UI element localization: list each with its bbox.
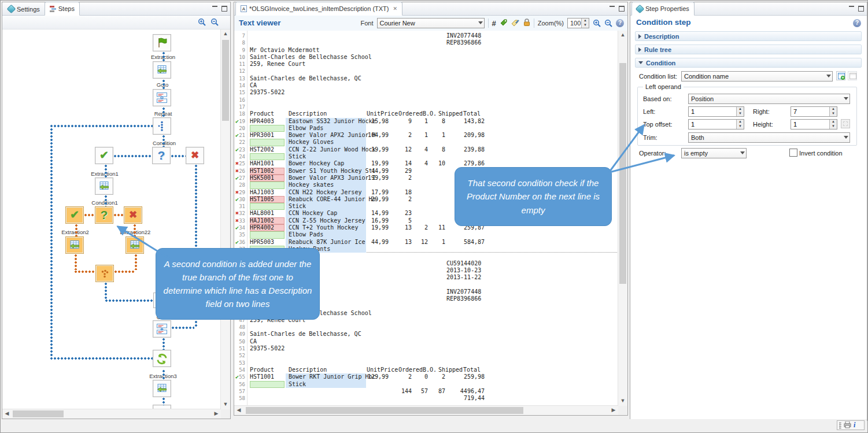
flow-node-qblue-icon[interactable]: ? (152, 147, 171, 164)
flow-node-extract-icon[interactable] (95, 177, 113, 195)
operator-combobox[interactable]: is empty (681, 148, 747, 158)
left-vertical-scrollbar[interactable]: ▲ ▼ (220, 29, 230, 409)
line-content[interactable]: HPR4003Eastown SS32 Junior Hocke15,98918… (250, 118, 617, 125)
zoom-in-icon[interactable] (593, 19, 601, 27)
flow-node-goto-icon[interactable] (153, 89, 171, 106)
tab-steps[interactable]: Steps (45, 2, 80, 16)
line-content[interactable]: CA (250, 338, 617, 345)
line-content[interactable] (250, 360, 617, 367)
minimize-icon[interactable] (610, 6, 615, 12)
height-spinner[interactable]: 1 ▲▼ (791, 119, 837, 129)
line-content[interactable]: 29375-5022 (250, 89, 617, 96)
section-condition[interactable]: Condition (635, 58, 862, 68)
line-content[interactable]: 29375-5022 (250, 345, 617, 352)
right-spinner[interactable]: 7 ▲▼ (791, 106, 837, 117)
line-content[interactable] (250, 352, 617, 359)
info-icon[interactable]: i (854, 421, 855, 430)
spinner-arrows-icon[interactable]: ▲▼ (736, 120, 744, 129)
section-rule-tree[interactable]: Rule tree (635, 45, 862, 54)
spinner-arrows-icon[interactable]: ▲▼ (581, 18, 589, 28)
invert-condition-checkbox[interactable] (789, 149, 797, 157)
line-content[interactable]: HPR3001Bower Valor APX2 Junior H104,9921… (250, 132, 617, 139)
line-content[interactable]: HST1001Bower RKT Junior Grip Hoc129,9920… (250, 373, 617, 380)
line-content[interactable] (250, 103, 617, 110)
top-offset-spinner[interactable]: 1 ▲▼ (688, 119, 744, 129)
minimize-icon[interactable] (212, 6, 217, 12)
section-description[interactable]: Description (635, 31, 862, 41)
tag-icon[interactable] (500, 18, 508, 28)
line-content[interactable]: REP8396866 (250, 39, 617, 46)
line-content[interactable]: HAH1001Bower Hockey Cap19,9914410279,86 (250, 160, 617, 167)
line-content[interactable] (250, 68, 617, 75)
line-content[interactable]: Saint-Charles de Bellechasse, QC (250, 331, 617, 338)
spinner-arrows-icon[interactable]: ▲▼ (829, 107, 837, 116)
line-content[interactable]: ProductDescriptionUnitPriceOrderedB.O.Sh… (250, 110, 617, 117)
line-content[interactable]: 14457874496,47 (250, 388, 617, 395)
drag-handle-icon[interactable] (839, 422, 841, 429)
tab-document[interactable]: A *OLSGInvoice_twoLines_inItemDescriptio… (235, 2, 402, 16)
lock-icon[interactable] (523, 18, 530, 28)
minimize-icon[interactable] (849, 6, 854, 12)
flow-node-extract-icon[interactable] (65, 236, 84, 254)
left-horizontal-scrollbar[interactable]: ◀ ▶ (2, 409, 221, 419)
edit-tag-icon[interactable] (511, 18, 520, 28)
zoom-in-icon[interactable] (198, 18, 206, 26)
spinner-arrows-icon[interactable]: ▲▼ (736, 107, 744, 116)
help-icon[interactable]: ? (616, 19, 624, 27)
line-content[interactable]: Saint-Charles de Bellechasse School (250, 54, 617, 61)
line-content[interactable]: Stick (250, 381, 617, 388)
flow-node-loop-icon[interactable] (153, 350, 171, 367)
mid-horizontal-scrollbar[interactable]: ◀ ▶ (234, 405, 618, 415)
flow-node-extract-icon[interactable] (153, 61, 171, 79)
flow-node-check-icon[interactable]: ✔ (65, 206, 84, 224)
delete-condition-button[interactable] (848, 71, 857, 80)
line-content[interactable]: Stick (250, 153, 617, 160)
flow-node-flag-icon[interactable] (153, 34, 171, 51)
zoom-out-icon[interactable] (604, 19, 612, 27)
line-content[interactable] (250, 97, 617, 103)
tab-settings[interactable]: Settings (3, 3, 45, 15)
line-content[interactable]: Saint-Charles de Bellechasse, QC (250, 75, 617, 82)
line-content[interactable]: Hockey Gloves (250, 139, 617, 146)
flow-node-cross-icon[interactable]: ✖ (124, 206, 142, 224)
printer-icon[interactable] (844, 420, 851, 431)
maximize-icon[interactable] (858, 6, 864, 12)
maximize-icon[interactable] (619, 6, 625, 12)
flow-node-goto2-icon[interactable] (153, 320, 171, 338)
zoom-percent-input[interactable]: 100 ▲▼ (567, 18, 589, 28)
workflow-canvas[interactable]: ExtractionGotoRepeatCondition✔?✖Extracti… (2, 29, 221, 409)
flow-node-cross-icon[interactable]: ✖ (186, 147, 204, 164)
close-icon[interactable]: ✕ (393, 6, 397, 12)
region-picker-button[interactable] (841, 119, 850, 128)
flow-node-qgreen-icon[interactable]: ? (95, 206, 113, 224)
line-content[interactable]: Elbow Pads (250, 231, 617, 238)
line-content[interactable]: 719,44 (250, 395, 617, 402)
tab-step-properties[interactable]: Step Properties (631, 2, 695, 16)
flow-node-extract-icon[interactable] (125, 236, 144, 254)
help-icon[interactable]: ? (853, 19, 861, 27)
add-condition-button[interactable]: + (836, 71, 845, 80)
based-on-combobox[interactable]: Position (688, 94, 850, 104)
flow-node-check-icon[interactable]: ✔ (95, 147, 113, 164)
line-content[interactable]: ProductDescriptionUnitPriceOrderedB.O.Sh… (250, 367, 617, 373)
line-content[interactable]: HPR5003Reabuck 87K Junior Ice44,99131215… (250, 239, 617, 246)
line-content[interactable] (250, 324, 617, 331)
line-content[interactable]: 259, Renee Court (250, 61, 617, 68)
flow-node-extract-icon[interactable] (153, 380, 171, 397)
line-content[interactable]: CA (250, 82, 617, 89)
line-content[interactable]: Mr Octavio Mcdermott (250, 47, 617, 54)
spinner-arrows-icon[interactable]: ▲▼ (829, 120, 837, 129)
condition-list-combobox[interactable]: Condition name (681, 71, 833, 82)
hex-view-icon[interactable]: # (492, 19, 496, 28)
zoom-out-icon[interactable] (210, 18, 219, 26)
font-combobox[interactable]: Courier New (377, 18, 485, 28)
left-spinner[interactable]: 1 ▲▼ (688, 106, 744, 117)
trim-combobox[interactable]: Both (688, 132, 850, 143)
mid-vertical-scrollbar[interactable]: ▲ ▼ (618, 31, 627, 406)
flow-node-repeat-icon[interactable] (153, 117, 171, 135)
line-content[interactable]: Elbow Pads (250, 125, 617, 132)
maximize-icon[interactable] (221, 6, 227, 12)
line-content[interactable]: INV2077448 (250, 32, 617, 39)
flow-node-merge-icon[interactable] (95, 265, 114, 282)
line-content[interactable]: HST2002CCN Z-22 Junior Wood Hock19,99124… (250, 146, 617, 153)
